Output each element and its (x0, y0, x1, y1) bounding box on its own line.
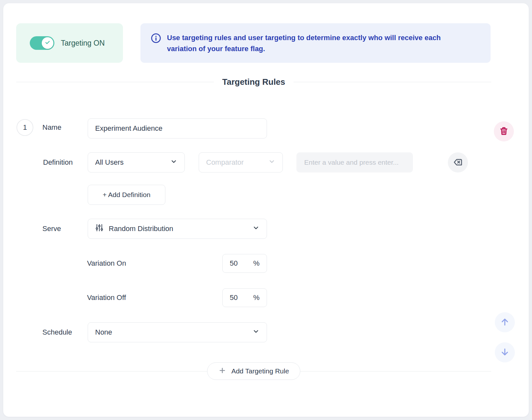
variation-on-unit: % (253, 259, 260, 268)
serve-select[interactable]: Random Distribution (88, 219, 267, 239)
comparator-placeholder: Comparator (206, 158, 244, 167)
definition-label: Definition (43, 158, 73, 167)
variation-on-field: % (222, 254, 267, 273)
section-title: Targeting Rules (222, 77, 285, 87)
variation-off-field: % (222, 288, 267, 307)
toggle-knob (42, 37, 53, 49)
info-banner-text: Use targeting rules and user targeting t… (167, 32, 461, 54)
chevron-down-icon (170, 158, 177, 167)
targeting-card: Targeting ON Use targeting rules and use… (3, 3, 529, 417)
definition-value-input[interactable] (296, 152, 413, 172)
definition-property-value: All Users (95, 158, 124, 167)
trash-icon (499, 126, 509, 137)
variation-on-input[interactable] (230, 259, 247, 268)
rule-number-badge: 1 (17, 119, 33, 136)
schedule-value: None (95, 328, 112, 337)
divider-line (300, 371, 491, 371)
targeting-toggle-switch[interactable] (30, 36, 54, 50)
delete-rule-button[interactable] (494, 121, 514, 141)
check-icon (44, 39, 51, 47)
variation-off-input[interactable] (230, 293, 247, 302)
targeting-toggle-card: Targeting ON (16, 23, 123, 63)
variation-on-label: Variation On (87, 259, 126, 268)
chevron-down-icon (252, 328, 260, 337)
rule-name-input[interactable] (88, 118, 267, 138)
targeting-screen: Targeting ON Use targeting rules and use… (0, 0, 532, 420)
variation-off-label: Variation Off (87, 293, 126, 302)
name-label: Name (42, 123, 61, 132)
add-definition-button[interactable]: + Add Definition (88, 185, 165, 205)
section-header: Targeting Rules (16, 74, 491, 90)
add-targeting-rule-label: Add Targeting Rule (231, 367, 289, 375)
chevron-down-icon (252, 224, 260, 233)
move-rule-down-button[interactable] (495, 342, 515, 362)
arrow-up-icon (500, 317, 510, 328)
rule-number-text: 1 (23, 123, 27, 132)
move-rule-up-button[interactable] (495, 312, 515, 332)
serve-value: Random Distribution (109, 225, 173, 233)
add-targeting-rule-button[interactable]: Add Targeting Rule (207, 362, 300, 380)
footer-divider-row: Add Targeting Rule (16, 362, 491, 380)
divider-line (294, 82, 491, 82)
definition-property-select[interactable]: All Users (88, 152, 185, 172)
chevron-down-icon (268, 158, 275, 167)
variation-off-unit: % (253, 293, 260, 302)
targeting-toggle-label: Targeting ON (61, 39, 105, 48)
clear-value-button[interactable] (448, 152, 468, 172)
schedule-label: Schedule (42, 328, 72, 337)
arrow-down-icon (500, 347, 510, 358)
info-icon (151, 33, 161, 45)
divider-line (16, 82, 214, 82)
divider-line (16, 371, 207, 371)
serve-label: Serve (42, 225, 61, 233)
plus-icon (218, 367, 226, 376)
comparator-select[interactable]: Comparator (199, 152, 283, 172)
info-banner: Use targeting rules and user targeting t… (140, 23, 491, 63)
backspace-icon (453, 157, 463, 168)
sliders-icon (95, 224, 104, 234)
schedule-select[interactable]: None (88, 322, 267, 342)
